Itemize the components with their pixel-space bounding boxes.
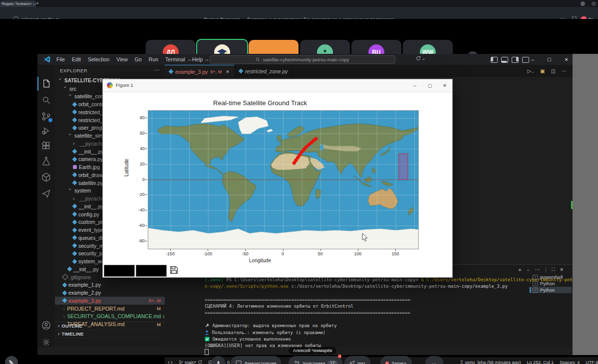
browser-avatar[interactable] xyxy=(581,1,585,6)
terminal-text: Пользователь.: изменить орбиту (с правам… xyxy=(209,330,325,335)
y-tick xyxy=(145,133,147,134)
y-tick xyxy=(145,241,147,241)
participants-button[interactable]: Участники 17 xyxy=(289,356,342,364)
more-icon[interactable]: ⋯ xyxy=(154,67,160,73)
tree-file[interactable]: ↓PROJECT_REPORT.mdM xyxy=(55,305,165,313)
minimize-icon[interactable]: – xyxy=(407,79,422,92)
toolbar-redacted-block[interactable] xyxy=(136,265,167,277)
x-tick-label: 50 xyxy=(318,251,323,256)
browser-tab-title: Яндекс Телемост — xyxy=(1,1,36,6)
files-icon[interactable] xyxy=(41,78,51,89)
terminal-tab[interactable]: >Python xyxy=(530,280,572,287)
floppy-icon[interactable] xyxy=(170,266,178,274)
terminal-line: ========================================… xyxy=(205,297,592,303)
vscode-logo xyxy=(44,56,51,63)
menu-selection[interactable]: Selection xyxy=(84,56,113,62)
md-file-icon: ↓ xyxy=(63,314,65,319)
source-control-icon[interactable] xyxy=(41,111,51,122)
py-file-icon xyxy=(72,110,77,115)
editor-actions[interactable]: ▷⌄▣◫⋯ xyxy=(528,65,573,77)
py-file-icon xyxy=(72,118,77,123)
chat-button[interactable]: Чат xyxy=(344,356,370,364)
browser-toolbar: telemost.yandex.ru Яндекс Телемост — бес… xyxy=(0,7,598,19)
cube-icon[interactable] xyxy=(41,172,51,182)
chevron-icon: › xyxy=(73,196,77,201)
close-icon[interactable]: ✕ xyxy=(565,57,569,62)
tree-file[interactable]: example_3.py9+, M xyxy=(55,297,165,305)
split-editor-icon[interactable]: ◫ xyxy=(551,68,556,74)
close-icon[interactable]: ✕ xyxy=(437,79,452,92)
send-icon[interactable] xyxy=(41,188,51,199)
y-tick-label: 20 xyxy=(134,162,145,167)
menu-view[interactable]: View xyxy=(113,56,131,62)
chevron-icon: › xyxy=(67,188,73,193)
outline-section[interactable]: ›OUTLINE xyxy=(55,322,165,330)
menu-edit[interactable]: Edit xyxy=(68,56,84,62)
terminal-line: ========================================… xyxy=(205,310,592,316)
close-icon[interactable]: ✕ xyxy=(226,69,230,74)
cursor-position[interactable]: Ln 252, Col 1 xyxy=(524,360,557,364)
tree-label: camera.py xyxy=(78,156,103,162)
run-debug-icon[interactable] xyxy=(41,126,51,136)
new-tab-icon[interactable]: + xyxy=(36,0,39,6)
remote-icon[interactable] xyxy=(165,361,176,364)
terminal-tab[interactable]: >Python xyxy=(530,287,572,293)
browser-tab[interactable]: Яндекс Телемост — ✕ xyxy=(0,0,36,7)
x-tick xyxy=(170,249,171,251)
more-icon[interactable]: ⋯ xyxy=(562,68,567,74)
editor-tab[interactable]: restricted_zone.py xyxy=(235,65,293,77)
tree-file[interactable]: example_1.py xyxy=(55,281,165,289)
extensions-icon[interactable] xyxy=(41,141,51,151)
menu-file[interactable]: File xyxy=(53,56,68,62)
panel-actions[interactable]: +⌄⋯ |⛶✕ xyxy=(518,266,564,273)
y-tick-label: -20 xyxy=(134,192,145,197)
more-controls-button[interactable]: ⋯ xyxy=(425,356,443,364)
maximize-icon[interactable]: ▢ xyxy=(547,57,552,62)
gear-icon[interactable] xyxy=(41,337,51,348)
tree-file[interactable]: example_2.py xyxy=(55,289,165,297)
share-button[interactable]: Демонстрация xyxy=(231,356,281,364)
account-icon[interactable] xyxy=(41,320,51,331)
notebook-icon[interactable]: ▣ xyxy=(540,68,545,74)
browser-menu-icon[interactable] xyxy=(592,1,596,6)
record-button[interactable]: Запись xyxy=(380,356,412,364)
play-icon[interactable]: ▷⌄ xyxy=(528,68,535,74)
blame-person-icon xyxy=(460,360,464,364)
branch-indicator[interactable]: main* xyxy=(176,360,205,364)
x-tick-label: 100 xyxy=(354,251,361,256)
y-tick xyxy=(145,194,147,195)
git-badge: M xyxy=(157,306,161,311)
toolbar-redacted-block[interactable] xyxy=(104,265,135,277)
encoding-setting[interactable]: UTF-8 xyxy=(583,360,598,364)
py-file-icon xyxy=(72,212,77,217)
menu-terminal[interactable]: Terminal xyxy=(162,56,189,62)
timeline-section[interactable]: ›TIMELINE xyxy=(55,330,165,338)
tree-file[interactable]: ↓SECURITY_GOALS_COMPLIANCE.mdU xyxy=(55,313,165,321)
terminal-list: >powershell>Python>Python xyxy=(530,274,572,293)
figure-titlebar[interactable]: Figure 1 – ▢ ✕ xyxy=(103,79,452,92)
git-blame[interactable]: verto_leha (56 minutes ago) xyxy=(457,360,524,364)
figure-window[interactable]: Figure 1 – ▢ ✕ Real-time Satellite Groun… xyxy=(102,79,453,278)
py-file-icon xyxy=(62,298,67,303)
maximize-icon[interactable]: ▢ xyxy=(422,79,437,92)
search-icon[interactable] xyxy=(41,95,51,105)
chevron-icon: › xyxy=(67,134,73,138)
minimize-icon[interactable]: – xyxy=(532,57,535,62)
editor-tab[interactable]: example_3.py9+, M✕ xyxy=(165,65,235,78)
menu-run[interactable]: Run xyxy=(145,56,162,62)
x-tick-label: 150 xyxy=(391,251,399,256)
cursor-off-button[interactable] xyxy=(5,356,18,364)
sync-icon xyxy=(198,360,202,364)
people-icon xyxy=(294,361,300,364)
menu-go[interactable]: Go xyxy=(131,56,145,62)
command-center[interactable]: satellite-cyberimmunity-petrsu-main-copy xyxy=(210,55,395,64)
testing-icon[interactable] xyxy=(41,156,51,166)
tree-label: example_2.py xyxy=(68,290,101,296)
indent-setting[interactable]: Spaces: 4 xyxy=(557,360,583,364)
x-tick-label: -100 xyxy=(203,251,212,256)
vscode-titlebar: FileEditSelectionViewGoRunTerminalHelp ←… xyxy=(37,54,573,65)
layout-icons[interactable] xyxy=(491,57,529,63)
sync-icon[interactable]: ⌄ xyxy=(416,56,426,61)
py-file-icon xyxy=(72,157,77,162)
terminal-tab[interactable]: >powershell xyxy=(530,274,572,280)
